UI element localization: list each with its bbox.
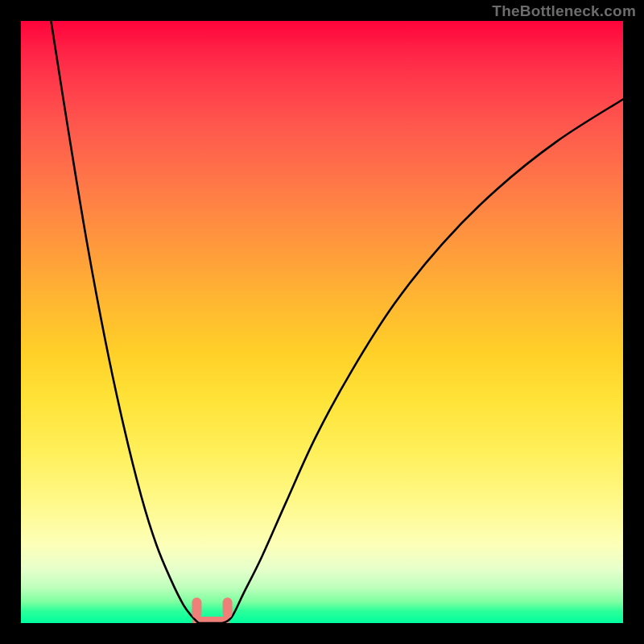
plot-area xyxy=(21,21,623,623)
right-curve xyxy=(223,99,623,623)
left-curve xyxy=(51,21,198,623)
curves-svg xyxy=(21,21,623,623)
chart-frame: TheBottleneck.com xyxy=(0,0,644,644)
markers xyxy=(192,597,232,618)
marker-left xyxy=(192,597,201,618)
marker-right xyxy=(223,597,233,618)
attribution-label: TheBottleneck.com xyxy=(492,2,636,20)
